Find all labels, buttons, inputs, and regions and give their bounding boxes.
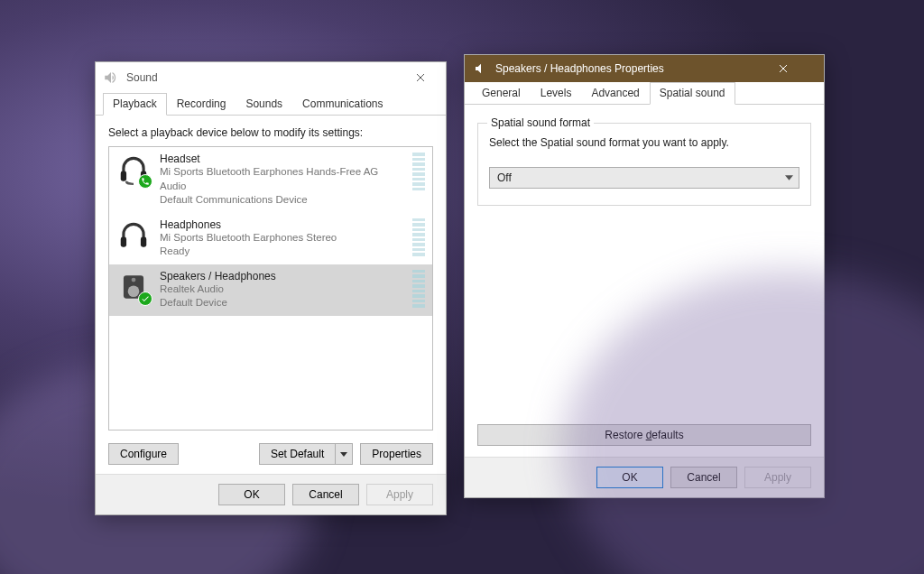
set-default-dropdown[interactable] [335,443,353,465]
spatial-format-select[interactable]: Off [489,167,799,189]
properties-button[interactable]: Properties [360,443,433,465]
selected-format: Off [490,171,779,184]
headset-icon [116,153,151,187]
restore-defaults-button[interactable]: Restore defaults [477,424,811,446]
cancel-button[interactable]: Cancel [670,467,737,488]
device-title: Headphones [160,218,400,231]
svg-rect-3 [141,236,146,246]
tab-recording[interactable]: Recording [167,93,236,116]
tab-spatial-sound[interactable]: Spatial sound [650,82,735,105]
headphones-icon [116,218,151,253]
svg-rect-0 [121,171,126,181]
tab-playback[interactable]: Playback [103,93,167,116]
apply-button[interactable]: Apply [744,467,811,488]
sound-icon [103,69,119,86]
tab-advanced[interactable]: Advanced [581,82,649,105]
configure-button[interactable]: Configure [108,443,179,465]
ok-button[interactable]: OK [596,467,663,488]
spacer [477,206,811,412]
properties-body: Spatial sound format Select the Spatial … [465,105,824,457]
sound-body: Select a playback device below to modify… [96,116,446,474]
device-status: Default Device [160,296,400,310]
sound-actions: Configure Set Default Properties [108,443,433,465]
level-meter [412,270,425,308]
svg-rect-2 [121,236,126,246]
svg-point-6 [132,277,136,282]
properties-dialog-buttons: OK Cancel Apply [465,457,824,497]
cancel-button[interactable]: Cancel [292,484,359,505]
device-title: Headset [160,153,400,165]
restore-row: Restore defaults [477,424,811,446]
tab-general[interactable]: General [472,82,531,105]
svg-point-5 [128,285,140,297]
level-meter [412,153,425,190]
sound-titlebar[interactable]: Sound [96,62,446,93]
apply-button[interactable]: Apply [366,484,433,505]
properties-window-title: Speakers / Headphones Properties [495,62,779,75]
device-text: Headset Mi Sports Bluetooth Earphones Ha… [160,153,400,208]
speaker-icon [116,270,151,304]
device-item-headphones[interactable]: Headphones Mi Sports Bluetooth Earphones… [109,213,432,264]
ok-button[interactable]: OK [218,484,285,505]
properties-window: Speakers / Headphones Properties General… [464,54,825,498]
restore-label-post: efaults [651,429,683,441]
device-item-headset[interactable]: Headset Mi Sports Bluetooth Earphones Ha… [109,147,432,213]
speaker-icon [474,61,488,76]
level-meter [412,218,425,256]
sound-window-title: Sound [126,71,402,84]
properties-titlebar[interactable]: Speakers / Headphones Properties [465,55,824,82]
device-subtext: Realtek Audio [160,282,400,297]
instruction-text: Select a playback device below to modify… [108,126,433,139]
restore-label-hotkey: d [646,429,652,441]
device-list[interactable]: Headset Mi Sports Bluetooth Earphones Ha… [108,146,433,430]
device-status: Default Communications Device [160,193,400,208]
device-title: Speakers / Headphones [160,270,400,282]
tab-levels[interactable]: Levels [531,82,582,105]
device-item-speakers[interactable]: Speakers / Headphones Realtek Audio Defa… [109,264,432,316]
close-button[interactable] [779,64,815,73]
group-description: Select the Spatial sound format you want… [489,136,799,149]
phone-badge-icon [138,174,152,189]
sound-dialog-buttons: OK Cancel Apply [96,474,446,514]
chevron-down-icon [779,175,799,181]
sound-tabs: Playback Recording Sounds Communications [96,93,446,116]
device-text: Speakers / Headphones Realtek Audio Defa… [160,270,400,310]
device-text: Headphones Mi Sports Bluetooth Earphones… [160,218,400,259]
device-status: Ready [160,245,400,259]
device-subtext: Mi Sports Bluetooth Earphones Hands-Free… [160,165,400,193]
close-button[interactable] [402,65,439,90]
set-default-split-button[interactable]: Set Default [259,443,353,465]
properties-tabs: General Levels Advanced Spatial sound [465,82,824,105]
device-subtext: Mi Sports Bluetooth Earphones Stereo [160,231,400,245]
tab-sounds[interactable]: Sounds [236,93,292,116]
set-default-button[interactable]: Set Default [259,443,335,465]
tab-communications[interactable]: Communications [292,93,393,116]
checkmark-badge-icon [138,292,152,306]
spatial-format-group: Spatial sound format Select the Spatial … [477,123,811,206]
restore-label-pre: Restore [605,429,645,441]
sound-window: Sound Playback Recording Sounds Communic… [95,61,447,515]
group-legend: Spatial sound format [487,116,594,129]
